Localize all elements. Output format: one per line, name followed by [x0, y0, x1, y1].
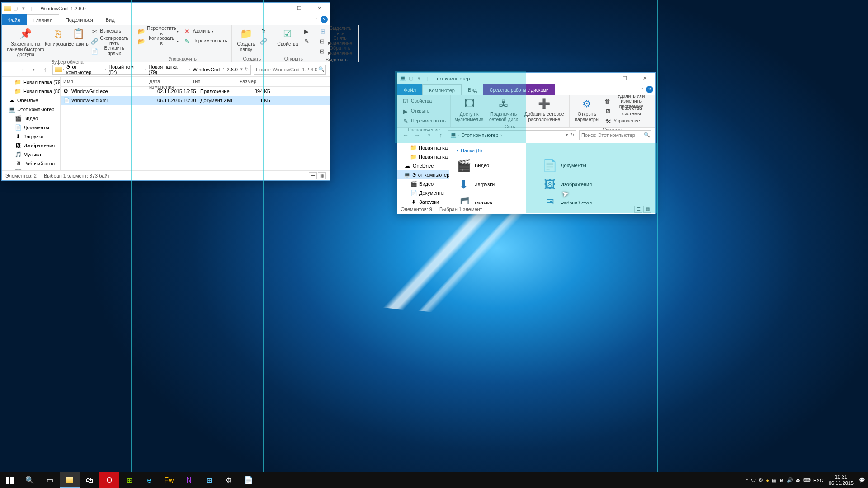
- search-input[interactable]: 🔍: [254, 65, 326, 75]
- move-to-button[interactable]: 📂Переместить в▾: [136, 26, 180, 36]
- tree-item[interactable]: ☁OneDrive: [397, 161, 449, 170]
- tray-icon[interactable]: ▦: [772, 477, 776, 483]
- dropdown-icon[interactable]: ▾: [240, 66, 243, 72]
- back-button[interactable]: ←: [5, 66, 14, 73]
- tree-item[interactable]: ⬇Загрузки: [397, 197, 449, 204]
- media-button[interactable]: 🎞Доступ к мультимедиа: [453, 96, 485, 123]
- select-none-button[interactable]: ⊟Снять выделение: [318, 36, 355, 46]
- maximize-button[interactable]: ☐: [289, 3, 309, 14]
- delete-button[interactable]: ✕Удалить▾: [181, 26, 229, 36]
- help-icon[interactable]: ?: [321, 16, 328, 23]
- tree-item[interactable]: 📁Новая папка (79: [397, 143, 449, 152]
- help-icon[interactable]: ?: [646, 86, 653, 93]
- tab-tools-context[interactable]: Средства работы с дисками: [483, 84, 555, 95]
- settings-button[interactable]: ⚙Открыть параметры: [572, 96, 602, 123]
- details-view-icon[interactable]: ☰: [634, 206, 642, 213]
- refresh-icon[interactable]: ↻: [245, 66, 249, 72]
- action-center-icon[interactable]: 💬: [859, 477, 865, 483]
- up-button[interactable]: ↑: [436, 131, 445, 139]
- close-button[interactable]: ✕: [635, 73, 655, 84]
- lang-indicator[interactable]: РУС: [813, 478, 823, 483]
- open-button[interactable]: ▶: [301, 26, 312, 36]
- tab-view[interactable]: Вид: [462, 84, 483, 95]
- collapse-ribbon-icon[interactable]: ^: [641, 87, 643, 92]
- rename-button[interactable]: ✎Переименовать: [400, 116, 448, 126]
- title-bar[interactable]: ▢ ▾ | WindowGrid_1.2.6.0 ─ ☐ ✕: [2, 3, 330, 14]
- task-view-button[interactable]: ▭: [40, 472, 60, 488]
- invert-selection-button[interactable]: ⊠Обратить выделение: [318, 46, 355, 56]
- search-input[interactable]: 🔍: [579, 130, 651, 140]
- tray-up-icon[interactable]: ^: [746, 478, 748, 483]
- tree-item[interactable]: ☁OneDrive: [2, 96, 60, 105]
- address-bar[interactable]: › Этот компьютер› Новый том (D:)› Новая …: [52, 65, 251, 75]
- app-taskbar-icon[interactable]: ⊞: [119, 472, 139, 488]
- system-tray[interactable]: ^ 🛡 ⚙ ● ▦ 🖥 🔊 🖧 ⌨ РУС 10:3106.11.2015 💬: [743, 474, 868, 486]
- app-taskbar-icon[interactable]: ⚙: [219, 472, 239, 488]
- nav-tree[interactable]: 📁Новая папка (79📁Новая папка (80☁OneDriv…: [2, 77, 61, 170]
- copy-path-button[interactable]: 🔗Скопировать путь: [89, 36, 130, 46]
- search-button[interactable]: 🔍: [20, 472, 40, 488]
- folder-item[interactable]: 🎬Видео: [457, 157, 524, 174]
- tree-item[interactable]: 📁Новая папка (80: [397, 152, 449, 161]
- volume-icon[interactable]: 🔊: [787, 477, 793, 483]
- select-all-button[interactable]: ⊞Выделить все: [318, 26, 355, 36]
- maximize-button[interactable]: ☐: [614, 73, 635, 84]
- forward-button[interactable]: →: [413, 131, 422, 139]
- paste-button[interactable]: 📋Вставить: [68, 26, 88, 48]
- opera-taskbar-icon[interactable]: O: [99, 472, 119, 488]
- back-button[interactable]: ←: [401, 131, 410, 139]
- manage-button[interactable]: 🛠Управление: [603, 116, 652, 126]
- explorer-window-2[interactable]: 💻▢▾| тот компьютер ─ ☐ ✕ Файл Компьютер …: [397, 72, 656, 214]
- tree-item[interactable]: 🎬Видео: [2, 114, 60, 123]
- app-taskbar-icon[interactable]: 📄: [239, 472, 259, 488]
- collapse-ribbon-icon[interactable]: ^: [316, 17, 318, 22]
- tree-item[interactable]: 🖥Рабочий стол: [2, 159, 60, 168]
- copy-button[interactable]: ⎘Копировать: [47, 26, 67, 48]
- taskbar[interactable]: 🔍 ▭ 🛍 O ⊞ e Fw N ⊞ ⚙ 📄 ^ 🛡 ⚙ ● ▦ 🖥 🔊 🖧 ⌨…: [0, 472, 868, 488]
- properties-button[interactable]: ☑Свойства: [275, 26, 300, 48]
- tab-file[interactable]: Файл: [2, 14, 27, 25]
- folder-item[interactable]: 📄Документы: [542, 157, 610, 174]
- edit-button[interactable]: ✎: [301, 36, 312, 46]
- tray-icon[interactable]: ⚙: [759, 477, 763, 483]
- tab-view[interactable]: Вид: [99, 14, 121, 25]
- close-button[interactable]: ✕: [309, 3, 330, 14]
- new-item-button[interactable]: 🗎: [258, 26, 269, 36]
- details-view-icon[interactable]: ☰: [309, 172, 317, 179]
- tab-computer[interactable]: Компьютер: [422, 84, 462, 95]
- tab-share[interactable]: Поделиться: [59, 14, 99, 25]
- app-taskbar-icon[interactable]: Fw: [159, 472, 179, 488]
- store-taskbar-icon[interactable]: 🛍: [80, 472, 99, 488]
- network-drive-button[interactable]: 🖧Подключить сетевой диск: [486, 96, 521, 123]
- tree-item[interactable]: 🖼Изображения: [2, 141, 60, 150]
- minimize-button[interactable]: ─: [594, 73, 614, 84]
- minimize-button[interactable]: ─: [269, 3, 289, 14]
- new-folder-button[interactable]: 📁Создать папку: [235, 26, 257, 53]
- tree-item[interactable]: 📄Документы: [397, 188, 449, 197]
- tree-item[interactable]: 📁Новая папка (80: [2, 87, 60, 96]
- qat-item[interactable]: ▾: [20, 5, 27, 12]
- copy-to-button[interactable]: 📂Копировать в▾: [136, 36, 180, 46]
- tree-item[interactable]: 📄Документы: [2, 123, 60, 132]
- tree-item[interactable]: 💻Этот компьютер: [397, 170, 449, 179]
- dropdown-icon[interactable]: ▾: [566, 132, 568, 138]
- refresh-icon[interactable]: ↻: [570, 132, 574, 138]
- onenote-taskbar-icon[interactable]: N: [179, 472, 199, 488]
- qat-item[interactable]: ▢: [12, 5, 19, 12]
- tree-item[interactable]: 💻Этот компьютер: [2, 105, 60, 114]
- pin-button[interactable]: 📌Закрепить на панели быстрого доступа: [5, 26, 47, 58]
- rename-button[interactable]: ✎Переименовать: [181, 36, 229, 46]
- explorer-taskbar-icon[interactable]: [60, 472, 80, 488]
- tree-item[interactable]: ⬇Загрузки: [2, 132, 60, 141]
- network-icon[interactable]: 🖧: [796, 478, 801, 483]
- keyboard-icon[interactable]: ⌨: [803, 477, 811, 483]
- easy-access-button[interactable]: 🔗: [258, 36, 269, 46]
- add-network-button[interactable]: ➕Добавить сетевое расположение: [522, 96, 566, 123]
- column-headers[interactable]: ИмяДата изменения ТипРазмер: [61, 77, 330, 87]
- folder-item[interactable]: ⬇Загрузки: [457, 176, 524, 193]
- cut-button[interactable]: ✂Вырезать: [89, 26, 130, 36]
- folder-item[interactable]: 🖼Изображения: [542, 176, 610, 193]
- explorer-window-1[interactable]: ▢ ▾ | WindowGrid_1.2.6.0 ─ ☐ ✕ Файл Глав…: [1, 2, 330, 181]
- uninstall-button[interactable]: 🗑Удалить или изменить программу: [603, 96, 652, 106]
- recent-button[interactable]: ▾: [425, 133, 434, 137]
